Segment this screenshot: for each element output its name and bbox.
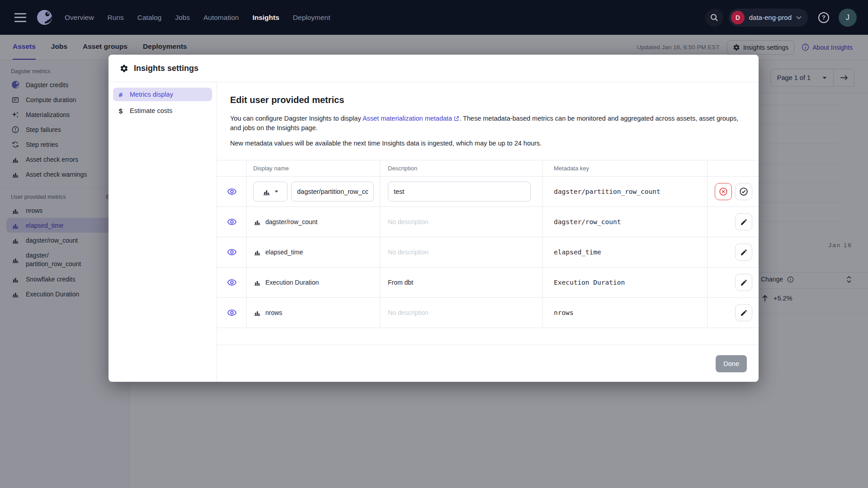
top-nav-right: D data-eng-prod ? J (705, 9, 857, 27)
pencil-icon (740, 218, 748, 226)
search-icon (710, 13, 719, 22)
check-circle-icon (739, 187, 749, 197)
bar-chart-icon (262, 188, 271, 196)
workspace-badge: D (731, 11, 745, 24)
pencil-icon (740, 309, 748, 317)
dialog-heading: Edit user provided metrics (230, 95, 745, 105)
metric-display-name: Execution Duration (265, 279, 319, 286)
edit-metric-button[interactable] (735, 244, 752, 261)
nav-item-insights[interactable]: Insights (252, 14, 279, 22)
workspace-name: data-eng-prod (749, 14, 792, 21)
workspace-switcher[interactable]: D data-eng-prod (729, 9, 808, 27)
description-input[interactable] (388, 182, 531, 202)
metric-row-editing: dagster/partition_row_count (217, 177, 759, 207)
nav-item-deployment[interactable]: Deployment (293, 14, 330, 22)
col-header-display-name: Display name (247, 160, 380, 176)
x-circle-icon (718, 187, 728, 197)
metadata-key-value: elapsed_time (543, 237, 708, 267)
hash-icon: # (118, 91, 124, 99)
visibility-eye-icon[interactable] (227, 217, 237, 227)
edit-metric-button[interactable] (735, 304, 752, 321)
metric-row: nrows No description nrows (217, 298, 759, 328)
metric-row: dagster/row_count No description dagster… (217, 207, 759, 237)
cancel-edit-button[interactable] (715, 183, 732, 200)
bar-chart-icon (253, 248, 261, 256)
metric-row: elapsed_time No description elapsed_time (217, 237, 759, 267)
bar-chart-icon (253, 309, 261, 317)
chart-type-select[interactable] (253, 182, 288, 202)
metadata-key-value: dagster/row_count (543, 207, 708, 237)
gear-icon (120, 64, 128, 73)
metric-row: Execution Duration From dbt Execution Du… (217, 267, 759, 298)
col-header-description: Description (380, 160, 543, 176)
dialog-nav: # Metrics display $ Estimate costs (108, 82, 217, 382)
metric-description: No description (380, 237, 543, 267)
visibility-eye-icon[interactable] (227, 308, 237, 318)
dialog-nav-estimate-costs[interactable]: $ Estimate costs (113, 104, 212, 117)
external-link-icon (453, 116, 459, 122)
nav-item-automation[interactable]: Automation (203, 14, 239, 22)
display-name-input[interactable] (291, 182, 374, 202)
insights-settings-dialog: Insights settings # Metrics display $ Es… (108, 55, 759, 382)
metric-description: No description (380, 298, 543, 328)
dialog-nav-metrics-display[interactable]: # Metrics display (113, 88, 212, 101)
metric-description: No description (380, 207, 543, 237)
chevron-down-icon (796, 16, 802, 19)
hamburger-menu-icon[interactable] (14, 13, 26, 22)
metrics-table: Display name Description Metadata key (217, 160, 759, 328)
pencil-icon (740, 279, 748, 286)
visibility-eye-icon[interactable] (227, 277, 237, 287)
dagster-logo-icon[interactable] (36, 9, 53, 26)
metadata-key-value: Execution Duration (543, 267, 708, 297)
dollar-icon: $ (118, 107, 124, 115)
metadata-key-value: nrows (543, 298, 708, 328)
top-nav: Overview Runs Catalog Jobs Automation In… (0, 0, 868, 35)
pencil-icon (740, 249, 748, 256)
top-nav-items: Overview Runs Catalog Jobs Automation In… (65, 14, 330, 22)
metrics-table-header: Display name Description Metadata key (217, 160, 759, 177)
dialog-title: Insights settings (134, 64, 198, 73)
dialog-note-text: New metadata values will be available th… (230, 139, 745, 148)
col-header-metadata-key: Metadata key (543, 160, 708, 176)
dialog-intro-text: You can configure Dagster Insights to di… (230, 114, 745, 133)
metric-display-name: nrows (265, 309, 282, 316)
dialog-header: Insights settings (108, 55, 759, 82)
edit-metric-button[interactable] (735, 274, 752, 291)
metric-description: From dbt (380, 267, 543, 297)
dialog-footer: Done (217, 345, 759, 382)
metric-display-name: elapsed_time (265, 249, 303, 256)
nav-item-jobs[interactable]: Jobs (175, 14, 190, 22)
asset-materialization-metadata-link[interactable]: Asset materialization metadata (363, 115, 459, 122)
done-button[interactable]: Done (716, 355, 747, 372)
confirm-edit-button[interactable] (735, 183, 752, 200)
nav-item-catalog[interactable]: Catalog (137, 14, 161, 22)
visibility-eye-icon[interactable] (227, 187, 237, 197)
nav-item-runs[interactable]: Runs (108, 14, 124, 22)
nav-item-overview[interactable]: Overview (65, 14, 94, 22)
bar-chart-icon (253, 278, 261, 286)
metric-display-name: dagster/row_count (265, 218, 317, 225)
edit-metric-button[interactable] (735, 213, 752, 230)
user-avatar[interactable]: J (839, 9, 857, 27)
help-icon: ? (818, 12, 829, 23)
caret-down-icon (274, 190, 278, 193)
help-button[interactable]: ? (815, 9, 832, 26)
visibility-eye-icon[interactable] (227, 247, 237, 257)
metadata-key-value: dagster/partition_row_count (543, 177, 708, 206)
search-button[interactable] (705, 9, 723, 27)
bar-chart-icon (253, 218, 261, 226)
